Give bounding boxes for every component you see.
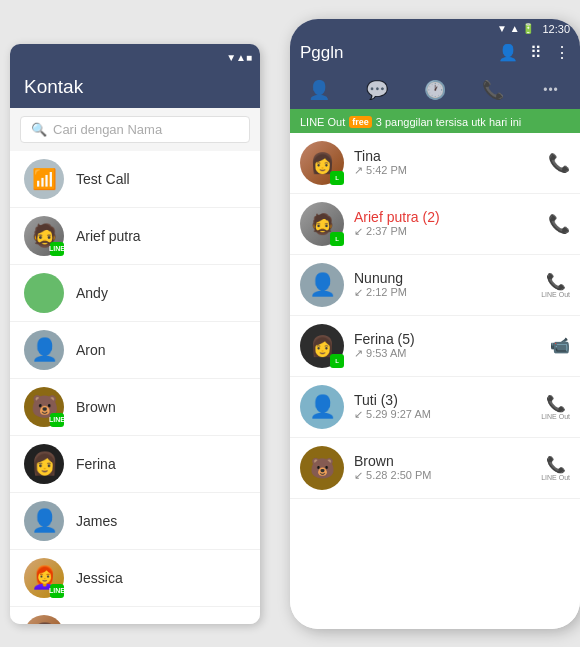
tab-more[interactable]: ••• <box>522 71 580 109</box>
avatar-ferina: 👩 <box>24 444 64 484</box>
status-time: 12:30 <box>542 23 570 35</box>
avatar-aron: 👤 <box>24 330 64 370</box>
search-icon: 🔍 <box>31 122 47 137</box>
left-title: Kontak <box>24 72 246 98</box>
avatar-jessica: 👩‍🦰 LINE <box>24 558 64 598</box>
free-badge: free <box>349 116 372 128</box>
avatar-nunung: 👤 <box>300 263 344 307</box>
call-name: Brown <box>354 453 531 469</box>
right-header: Pggln 👤 ⠿ ⋮ <box>290 39 580 71</box>
line-badge: L <box>330 232 344 246</box>
more-icon[interactable]: ⋮ <box>554 43 570 62</box>
contact-item[interactable]: 👤 Aron <box>10 322 260 379</box>
grid-icon[interactable]: ⠿ <box>530 43 542 62</box>
lineout-label: LINE Out <box>541 291 570 298</box>
line-badge: LINE <box>50 242 64 256</box>
line-badge: LINE <box>50 413 64 427</box>
call-info: Arief putra (2) ↙ 2:37 PM <box>354 209 538 238</box>
call-item-nunung[interactable]: 👤 Nunung ↙ 2:12 PM 📞 LINE Out <box>290 255 580 316</box>
avatar-arief: 🧔 LINE <box>24 216 64 256</box>
line-badge: L <box>330 171 344 185</box>
header-icons: 👤 ⠿ ⋮ <box>498 43 570 62</box>
lineout-call-action[interactable]: 📞 LINE Out <box>541 455 570 481</box>
contact-name: Ferina <box>76 456 116 472</box>
contacts-icon[interactable]: 👤 <box>498 43 518 62</box>
avatar-brown2: 🐻 <box>300 446 344 490</box>
call-item-tina[interactable]: 👩 L Tina ↗ 5:42 PM 📞 <box>290 133 580 194</box>
call-info: Tina ↗ 5:42 PM <box>354 148 538 177</box>
lineout-label: LINE Out <box>541 474 570 481</box>
contact-item[interactable]: 🧔 LINE Arief putra <box>10 208 260 265</box>
call-time: ↙ 2:12 PM <box>354 286 531 299</box>
left-phone: ▼▲■ Kontak 🔍 Cari dengan Nama 📶 Test Cal… <box>10 44 260 624</box>
call-time: ↙ 5.29 9:27 AM <box>354 408 531 421</box>
contact-item[interactable]: 📶 Test Call <box>10 151 260 208</box>
call-info: Tuti (3) ↙ 5.29 9:27 AM <box>354 392 531 421</box>
contact-name: Jessica <box>76 570 123 586</box>
call-item-brown[interactable]: 🐻 Brown ↙ 5.28 2:50 PM 📞 LINE Out <box>290 438 580 499</box>
tab-contacts[interactable]: 👤 <box>290 71 348 109</box>
call-name: Tina <box>354 148 538 164</box>
call-name: Ferina (5) <box>354 331 540 347</box>
video-call-icon[interactable]: 📹 <box>550 336 570 355</box>
call-time: ↙ 2:37 PM <box>354 225 538 238</box>
lineout-banner[interactable]: LINE Out free 3 panggilan tersisa utk ha… <box>290 111 580 133</box>
line-badge: L <box>330 354 344 368</box>
call-info: Ferina (5) ↗ 9:53 AM <box>354 331 540 360</box>
left-header: ▼▲■ Kontak <box>10 44 260 108</box>
call-time: ↗ 9:53 AM <box>354 347 540 360</box>
right-phone: ▼ ▲ 🔋 12:30 Pggln 👤 ⠿ ⋮ 👤 💬 🕐 📞 ••• LINE… <box>290 19 580 629</box>
call-phone-icon[interactable]: 📞 <box>548 152 570 174</box>
contact-name: James <box>76 513 117 529</box>
call-name-missed: Arief putra (2) <box>354 209 538 225</box>
tab-history[interactable]: 🕐 <box>406 71 464 109</box>
call-item-ferina[interactable]: 👩 L Ferina (5) ↗ 9:53 AM 📹 <box>290 316 580 377</box>
contact-item[interactable]: Andy <box>10 265 260 322</box>
contact-name: Test Call <box>76 171 130 187</box>
lineout-call-action[interactable]: 📞 LINE Out <box>541 272 570 298</box>
call-name: Nunung <box>354 270 531 286</box>
contact-name: Aron <box>76 342 106 358</box>
avatar-tuti: 👤 <box>300 385 344 429</box>
contact-name: Andy <box>76 285 108 301</box>
signal-icons: ▼ ▲ 🔋 <box>497 23 534 34</box>
contact-item[interactable]: 👤 James <box>10 493 260 550</box>
avatar-sarah: 👩 <box>24 615 64 624</box>
lineout-text-after: 3 panggilan tersisa utk hari ini <box>376 116 522 128</box>
contact-item[interactable]: 👩 Ferina <box>10 436 260 493</box>
line-badge: LINE <box>50 584 64 598</box>
contact-item[interactable]: 🐻 LINE Brown <box>10 379 260 436</box>
call-phone-icon[interactable]: 📞 <box>548 213 570 235</box>
contact-item[interactable]: 👩‍🦰 LINE Jessica <box>10 550 260 607</box>
call-info: Brown ↙ 5.28 2:50 PM <box>354 453 531 482</box>
call-time: ↗ 5:42 PM <box>354 164 538 177</box>
avatar-james: 👤 <box>24 501 64 541</box>
lineout-call-action[interactable]: 📞 LINE Out <box>541 394 570 420</box>
call-list: 👩 L Tina ↗ 5:42 PM 📞 🧔 L Arief putra (2)… <box>290 133 580 629</box>
avatar-brown: 🐻 LINE <box>24 387 64 427</box>
contact-name: Arief putra <box>76 228 141 244</box>
signal-icons: ▼▲■ <box>226 52 252 63</box>
tab-calls[interactable]: 📞 <box>464 71 522 111</box>
call-name: Tuti (3) <box>354 392 531 408</box>
avatar-andy <box>24 273 64 313</box>
contact-name: Brown <box>76 399 116 415</box>
search-bar[interactable]: 🔍 Cari dengan Nama <box>20 116 250 143</box>
contact-item[interactable]: 👩 Sarah <box>10 607 260 624</box>
status-bar: ▼ ▲ 🔋 12:30 <box>290 19 580 39</box>
call-item-tuti[interactable]: 👤 Tuti (3) ↙ 5.29 9:27 AM 📞 LINE Out <box>290 377 580 438</box>
avatar-testcall: 📶 <box>24 159 64 199</box>
right-title: Pggln <box>300 43 343 63</box>
lineout-label: LINE Out <box>541 413 570 420</box>
contact-list: 📶 Test Call 🧔 LINE Arief putra Andy 👤 Ar… <box>10 151 260 624</box>
lineout-text-before: LINE Out <box>300 116 345 128</box>
call-info: Nunung ↙ 2:12 PM <box>354 270 531 299</box>
tab-chat[interactable]: 💬 <box>348 71 406 109</box>
search-placeholder: Cari dengan Nama <box>53 122 162 137</box>
call-time: ↙ 5.28 2:50 PM <box>354 469 531 482</box>
tab-bar: 👤 💬 🕐 📞 ••• <box>290 71 580 111</box>
call-item-arief[interactable]: 🧔 L Arief putra (2) ↙ 2:37 PM 📞 <box>290 194 580 255</box>
